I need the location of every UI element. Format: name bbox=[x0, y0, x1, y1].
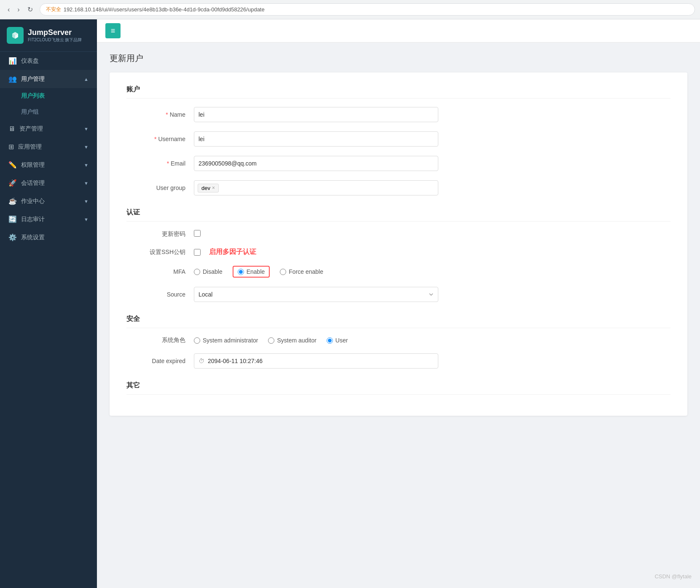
source-label: Source bbox=[126, 291, 194, 298]
forward-button[interactable]: › bbox=[15, 5, 22, 14]
sys-settings-icon: ⚙️ bbox=[8, 233, 17, 241]
email-input[interactable] bbox=[194, 156, 438, 171]
sidebar-item-label: 用户管理 bbox=[21, 75, 45, 83]
mfa-row: MFA Disable Enable bbox=[126, 266, 670, 278]
chevron-down-icon: ▼ bbox=[84, 181, 89, 186]
sidebar-item-user-mgmt[interactable]: 👥 用户管理 ▲ bbox=[0, 70, 97, 88]
job-center-icon: ☕ bbox=[8, 197, 17, 205]
role-radio-user[interactable] bbox=[327, 337, 333, 344]
ssh-key-label: 设置SSH公钥 bbox=[126, 249, 194, 256]
address-bar[interactable]: 不安全 192.168.10.148/ui/#/users/users/4e8b… bbox=[40, 3, 695, 16]
ssh-key-checkbox[interactable] bbox=[194, 249, 201, 256]
mfa-radio-group: Disable Enable Force enable bbox=[194, 266, 438, 278]
chevron-up-icon: ▲ bbox=[84, 77, 89, 82]
name-input[interactable] bbox=[194, 107, 438, 122]
sidebar-item-perm-mgmt[interactable]: ✏️ 权限管理 ▼ bbox=[0, 156, 97, 174]
menu-button[interactable]: ≡ bbox=[105, 23, 121, 38]
mfa-radio-force[interactable] bbox=[280, 269, 286, 275]
log-audit-icon: 🔄 bbox=[8, 215, 17, 223]
app-container: JumpServer FIT2CLOUD飞致云 旗下品牌 📊 仪表盘 👥 用户管… bbox=[0, 19, 700, 588]
update-password-row: 更新密码 bbox=[126, 230, 670, 238]
logo-subtitle: FIT2CLOUD飞致云 旗下品牌 bbox=[28, 37, 82, 43]
section-other: 其它 bbox=[126, 381, 670, 395]
name-row: Name bbox=[126, 107, 670, 122]
sidebar-item-label: 日志审计 bbox=[21, 216, 45, 223]
mfa-radio-disable[interactable] bbox=[194, 269, 200, 275]
logo-text: JumpServer FIT2CLOUD飞致云 旗下品牌 bbox=[28, 28, 82, 43]
tags-input[interactable]: dev × bbox=[194, 180, 438, 195]
name-control bbox=[194, 107, 438, 122]
role-auditor-label: System auditor bbox=[277, 337, 316, 344]
sidebar-item-dashboard[interactable]: 📊 仪表盘 bbox=[0, 52, 97, 70]
logo-area: JumpServer FIT2CLOUD飞致云 旗下品牌 bbox=[0, 19, 97, 52]
username-row: Username bbox=[126, 131, 670, 147]
main-content: ≡ 更新用户 账户 Name Username bbox=[97, 19, 700, 588]
sidebar-item-log-audit[interactable]: 🔄 日志审计 ▼ bbox=[0, 210, 97, 228]
chevron-down-icon: ▼ bbox=[84, 126, 89, 131]
role-user-label: User bbox=[335, 337, 348, 344]
date-expired-value: 2094-06-11 10:27:46 bbox=[208, 358, 263, 364]
form-card: 账户 Name Username Email bbox=[110, 72, 687, 416]
ssh-key-row: 设置SSH公钥 启用多因子认证 bbox=[126, 248, 670, 257]
system-role-radio-group: System administrator System auditor User bbox=[194, 337, 438, 344]
username-input[interactable] bbox=[194, 131, 438, 147]
mfa-option-enable[interactable]: Enable bbox=[238, 268, 265, 275]
chevron-down-icon: ▼ bbox=[84, 199, 89, 204]
mfa-option-force[interactable]: Force enable bbox=[280, 268, 323, 275]
app-mgmt-icon: ⊞ bbox=[8, 143, 14, 151]
sidebar-item-label: 会话管理 bbox=[21, 179, 45, 187]
logo-icon bbox=[7, 27, 24, 44]
perm-mgmt-icon: ✏️ bbox=[8, 161, 17, 169]
update-password-control bbox=[194, 230, 438, 238]
back-button[interactable]: ‹ bbox=[5, 5, 12, 14]
mfa-force-label: Force enable bbox=[289, 268, 323, 275]
sidebar-item-sys-settings[interactable]: ⚙️ 系统设置 bbox=[0, 228, 97, 246]
tag-close-button[interactable]: × bbox=[212, 185, 215, 191]
sidebar-item-asset-mgmt[interactable]: 🖥 资产管理 ▼ bbox=[0, 120, 97, 138]
section-auth: 认证 bbox=[126, 208, 670, 222]
asset-mgmt-icon: 🖥 bbox=[8, 125, 15, 133]
email-label: Email bbox=[126, 160, 194, 167]
source-select[interactable]: Local LDAP AD bbox=[194, 287, 438, 302]
mfa-radio-enable[interactable] bbox=[238, 269, 244, 275]
sidebar-item-label: 作业中心 bbox=[21, 198, 45, 205]
tag-dev: dev × bbox=[198, 184, 219, 192]
sidebar: JumpServer FIT2CLOUD飞致云 旗下品牌 📊 仪表盘 👥 用户管… bbox=[0, 19, 97, 588]
role-option-user[interactable]: User bbox=[327, 337, 348, 344]
chevron-down-icon: ▼ bbox=[84, 163, 89, 168]
update-password-checkbox[interactable] bbox=[194, 230, 201, 237]
sidebar-item-session-mgmt[interactable]: 🚀 会话管理 ▼ bbox=[0, 174, 97, 192]
tag-label: dev bbox=[201, 185, 210, 191]
sidebar-sub-label: 用户列表 bbox=[21, 92, 45, 100]
email-row: Email bbox=[126, 156, 670, 171]
role-option-admin[interactable]: System administrator bbox=[194, 337, 258, 344]
dashboard-icon: 📊 bbox=[8, 57, 17, 65]
sidebar-item-app-mgmt[interactable]: ⊞ 应用管理 ▼ bbox=[0, 138, 97, 156]
session-mgmt-icon: 🚀 bbox=[8, 179, 17, 187]
section-account: 账户 bbox=[126, 85, 670, 99]
date-expired-row: Date expired ⏱ 2094-06-11 10:27:46 bbox=[126, 353, 670, 369]
reload-button[interactable]: ↻ bbox=[25, 5, 35, 14]
logo-title: JumpServer bbox=[28, 28, 82, 37]
role-radio-admin[interactable] bbox=[194, 337, 200, 344]
calendar-icon: ⏱ bbox=[198, 358, 204, 364]
mfa-option-disable[interactable]: Disable bbox=[194, 268, 223, 275]
mfa-enable-label: Enable bbox=[247, 268, 265, 275]
sidebar-item-label: 资产管理 bbox=[19, 125, 43, 133]
mfa-disable-label: Disable bbox=[203, 268, 223, 275]
url-text: 192.168.10.148/ui/#/users/users/4e8b13db… bbox=[64, 6, 265, 13]
user-group-control: dev × bbox=[194, 180, 438, 195]
section-security: 安全 bbox=[126, 315, 670, 328]
sidebar-item-user-group[interactable]: 用户组 bbox=[0, 104, 97, 120]
system-role-row: 系统角色 System administrator System auditor bbox=[126, 337, 670, 344]
role-option-auditor[interactable]: System auditor bbox=[268, 337, 316, 344]
page-content: 更新用户 账户 Name Username bbox=[97, 43, 700, 426]
date-expired-field[interactable]: ⏱ 2094-06-11 10:27:46 bbox=[194, 353, 438, 369]
update-password-label: 更新密码 bbox=[126, 230, 194, 238]
top-bar: ≡ bbox=[97, 19, 700, 43]
browser-nav: ‹ › ↻ bbox=[5, 5, 35, 14]
sidebar-item-job-center[interactable]: ☕ 作业中心 ▼ bbox=[0, 192, 97, 210]
role-radio-auditor[interactable] bbox=[268, 337, 274, 344]
browser-bar: ‹ › ↻ 不安全 192.168.10.148/ui/#/users/user… bbox=[0, 0, 700, 19]
sidebar-item-user-list[interactable]: 用户列表 bbox=[0, 88, 97, 104]
